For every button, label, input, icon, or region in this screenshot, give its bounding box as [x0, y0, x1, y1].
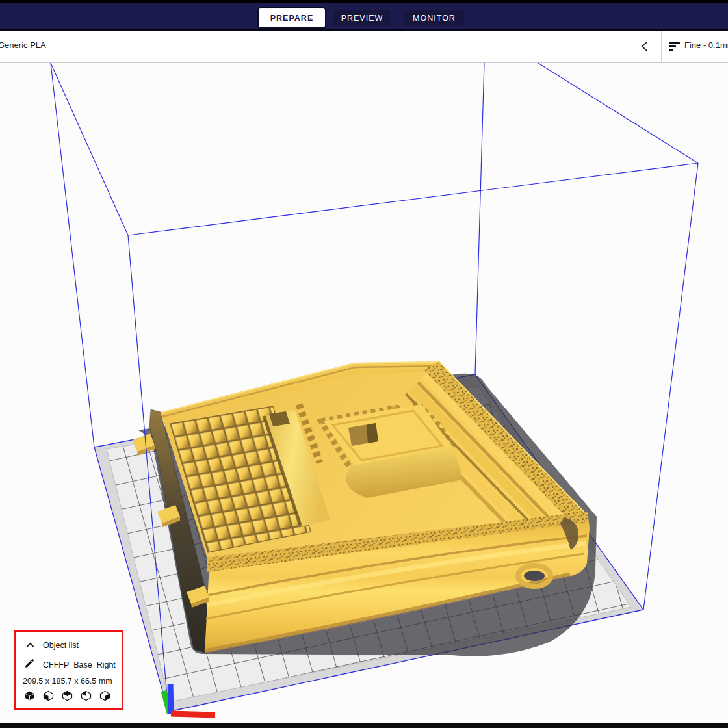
collapse-chevron-icon[interactable]	[641, 41, 649, 52]
pencil-icon	[24, 658, 35, 669]
object-list-panel[interactable]: Object list CFFFP_Base_Right 209.5 x 185…	[14, 630, 124, 710]
object-name[interactable]: CFFFP_Base_Right	[43, 660, 116, 670]
viewport-3d[interactable]	[0, 63, 728, 723]
screen-bottom-edge	[0, 723, 728, 728]
tab-prepare[interactable]: PREPARE	[259, 8, 325, 27]
tab-monitor[interactable]: MONITOR	[404, 10, 464, 26]
print-settings-icon[interactable]	[669, 42, 680, 51]
view-right-icon[interactable]	[99, 690, 110, 701]
stage-bar: PREPARE PREVIEW MONITOR	[0, 3, 728, 29]
view-3d-icon[interactable]	[24, 690, 35, 701]
object-dimensions: 209.5 x 185.7 x 66.5 mm	[23, 677, 112, 686]
print-profile-selector[interactable]: Fine - 0.1mm	[684, 40, 728, 50]
tab-preview[interactable]: PREVIEW	[333, 10, 391, 26]
chevron-up-icon[interactable]	[26, 642, 34, 648]
configuration-toolbar: Generic PLA Fine - 0.1mm	[0, 31, 728, 63]
view-front-icon[interactable]	[43, 690, 54, 701]
view-top-icon[interactable]	[62, 690, 73, 701]
view-left-icon[interactable]	[81, 690, 92, 701]
material-selector[interactable]: Generic PLA	[0, 40, 46, 50]
toolbar-separator	[661, 31, 662, 62]
object-list-title[interactable]: Object list	[43, 641, 79, 650]
